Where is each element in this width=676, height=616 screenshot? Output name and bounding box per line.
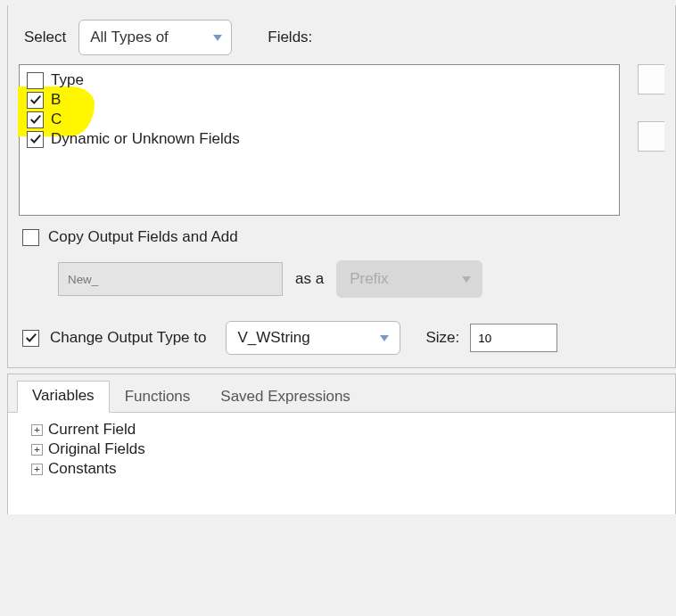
tree-node[interactable]: + Original Fields xyxy=(31,439,668,459)
select-row: Select All Types of Fields: xyxy=(19,14,664,64)
dropdown-text: All Types of xyxy=(90,29,169,46)
change-type-label: Change Output Type to xyxy=(50,329,206,347)
tab-label: Functions xyxy=(125,388,191,405)
field-type-dropdown[interactable]: All Types of xyxy=(78,20,232,55)
tab-variables[interactable]: Variables xyxy=(17,381,110,413)
size-input[interactable] xyxy=(470,324,557,352)
expand-icon[interactable]: + xyxy=(31,424,43,436)
config-panel: Select All Types of Fields: Type B xyxy=(7,5,676,368)
field-item[interactable]: Type xyxy=(27,70,612,90)
field-checkbox[interactable] xyxy=(27,131,44,148)
change-type-row: Change Output Type to V_WString Size: xyxy=(19,321,664,355)
field-label: B xyxy=(51,91,61,109)
tree-node-label: Current Field xyxy=(48,421,136,439)
tree-node[interactable]: + Constants xyxy=(31,459,668,479)
field-item[interactable]: Dynamic or Unknown Fields xyxy=(27,129,612,149)
fields-area: Type B C Dynamic or Unknown Fields xyxy=(19,64,664,216)
expand-icon[interactable]: + xyxy=(31,464,43,475)
tab-label: Variables xyxy=(32,387,95,404)
expand-icon[interactable]: + xyxy=(31,444,43,456)
copy-output-checkbox[interactable] xyxy=(22,229,39,246)
tab-saved-expressions[interactable]: Saved Expressions xyxy=(205,382,366,413)
fields-label: Fields: xyxy=(268,29,312,46)
field-checkbox[interactable] xyxy=(27,92,44,109)
tree-node[interactable]: + Current Field xyxy=(31,420,668,439)
field-item[interactable]: C xyxy=(27,110,612,129)
tab-label: Saved Expressions xyxy=(220,388,350,405)
copy-prefix-row: as a Prefix xyxy=(19,260,664,298)
field-label: Dynamic or Unknown Fields xyxy=(51,130,240,148)
chevron-down-icon xyxy=(462,276,471,283)
tree-node-label: Original Fields xyxy=(48,440,145,458)
copy-output-label: Copy Output Fields and Add xyxy=(48,228,238,246)
deselect-all-button[interactable] xyxy=(638,121,664,152)
prefix-dropdown-text: Prefix xyxy=(350,270,388,288)
expression-panel: Variables Functions Saved Expressions + … xyxy=(7,374,676,514)
field-label: Type xyxy=(51,71,84,89)
tab-functions[interactable]: Functions xyxy=(110,382,206,413)
copy-output-row: Copy Output Fields and Add xyxy=(19,228,664,246)
chevron-down-icon xyxy=(213,35,222,41)
change-type-checkbox[interactable] xyxy=(22,330,39,347)
prefix-suffix-dropdown: Prefix xyxy=(336,260,482,298)
select-label: Select xyxy=(24,29,66,46)
select-all-button[interactable] xyxy=(638,64,664,94)
fields-listbox[interactable]: Type B C Dynamic or Unknown Fields xyxy=(19,64,620,216)
field-checkbox[interactable] xyxy=(27,111,44,128)
chevron-down-icon xyxy=(380,335,389,341)
new-field-prefix-input xyxy=(58,262,283,296)
tree-node-label: Constants xyxy=(48,460,117,478)
tab-bar: Variables Functions Saved Expressions xyxy=(8,374,675,413)
field-item[interactable]: B xyxy=(27,90,612,110)
field-checkbox[interactable] xyxy=(27,72,44,89)
output-type-text: V_WString xyxy=(237,329,309,347)
side-buttons xyxy=(638,64,664,152)
output-type-dropdown[interactable]: V_WString xyxy=(226,321,400,355)
as-a-label: as a xyxy=(295,270,324,288)
size-label: Size: xyxy=(425,329,459,347)
field-label: C xyxy=(51,111,62,128)
variables-tree[interactable]: + Current Field + Original Fields + Cons… xyxy=(8,413,675,514)
